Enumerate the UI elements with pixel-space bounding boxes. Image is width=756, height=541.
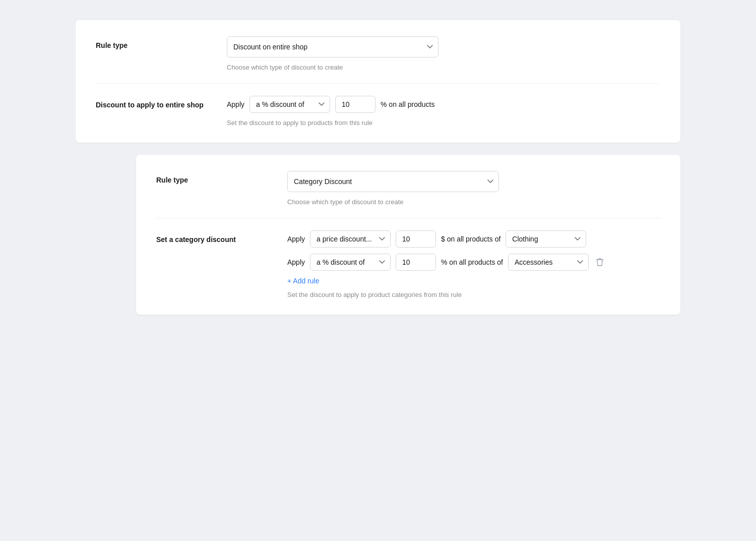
category-row-1: Apply a price discount... a % discount o… — [287, 230, 660, 248]
add-rule-link[interactable]: + Add rule — [287, 277, 660, 285]
category-select-1[interactable]: Clothing Accessories Shoes — [506, 230, 586, 248]
trash-icon — [596, 258, 604, 267]
apply-text: Apply — [227, 100, 244, 108]
discount-amount-cat-2[interactable] — [396, 254, 436, 271]
discount-type-select-cat-2[interactable]: a price discount of a % discount of — [310, 254, 391, 271]
discount-apply-helper: Set the discount to apply to products fr… — [227, 119, 660, 127]
discount-apply-section: Discount to apply to entire shop Apply a… — [96, 84, 660, 127]
rule-type-section-2: Rule type Discount on entire shop Catego… — [156, 171, 660, 218]
discount-apply-label: Discount to apply to entire shop — [96, 96, 207, 110]
discount-suffix-cat-1: $ on all products of — [441, 235, 500, 243]
card-category-discount: Rule type Discount on entire shop Catego… — [136, 155, 680, 315]
category-discount-label: Set a category discount — [156, 230, 267, 245]
apply-text-cat-2: Apply — [287, 258, 305, 266]
rule-type-row-2: Discount on entire shop Category Discoun… — [287, 171, 660, 192]
discount-apply-content: Apply a % discount of a price discount o… — [227, 96, 660, 127]
rule-type-content-2: Discount on entire shop Category Discoun… — [287, 171, 660, 206]
discount-amount-input-1[interactable] — [335, 96, 375, 113]
category-discount-section: Set a category discount Apply a price di… — [156, 218, 660, 298]
discount-type-select-1[interactable]: a % discount of a price discount of — [249, 96, 330, 113]
category-select-2[interactable]: Clothing Accessories Shoes — [508, 254, 589, 271]
category-rows: Apply a price discount... a % discount o… — [287, 230, 660, 271]
discount-apply-row: Apply a % discount of a price discount o… — [227, 96, 660, 113]
card-entire-shop: Rule type Discount on entire shop Catego… — [76, 20, 680, 143]
category-discount-content: Apply a price discount... a % discount o… — [287, 230, 660, 298]
rule-type-row: Discount on entire shop Category Discoun… — [227, 36, 660, 57]
discount-amount-cat-1[interactable] — [396, 230, 436, 248]
category-row-2: Apply a price discount of a % discount o… — [287, 254, 660, 271]
rule-type-label-2: Rule type — [156, 171, 267, 186]
rule-type-content: Discount on entire shop Category Discoun… — [227, 36, 660, 71]
discount-type-select-cat-1[interactable]: a price discount... a % discount of — [310, 230, 391, 248]
apply-text-cat-1: Apply — [287, 235, 305, 243]
rule-type-label: Rule type — [96, 36, 207, 51]
discount-suffix-cat-2: % on all products of — [441, 258, 503, 266]
rule-type-helper: Choose which type of discount to create — [227, 64, 660, 71]
rule-type-helper-2: Choose which type of discount to create — [287, 198, 660, 206]
rule-type-select-2[interactable]: Discount on entire shop Category Discoun… — [287, 171, 499, 192]
category-discount-helper: Set the discount to apply to product cat… — [287, 291, 660, 298]
rule-type-section: Rule type Discount on entire shop Catego… — [96, 36, 660, 84]
delete-row-2-button[interactable] — [594, 256, 606, 269]
rule-type-select[interactable]: Discount on entire shop Category Discoun… — [227, 36, 438, 57]
discount-suffix-1: % on all products — [381, 100, 434, 108]
